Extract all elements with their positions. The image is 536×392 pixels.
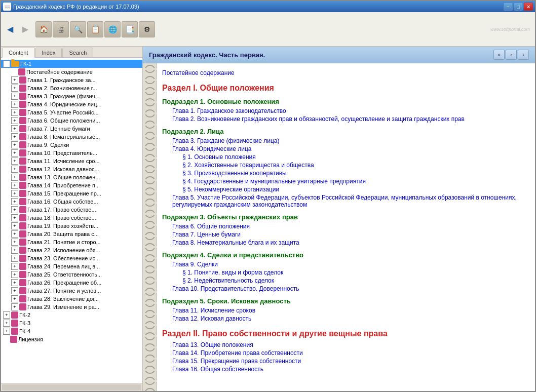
tree-item-gk3[interactable]: + ГК-3 — [1, 319, 142, 327]
toc-intro-link[interactable]: Постатейное содержание — [162, 69, 525, 76]
chapter-13-link[interactable]: Глава 13. Общие положения — [172, 341, 525, 348]
expand-ch11[interactable]: + — [11, 158, 18, 165]
expand-ch9[interactable]: + — [11, 141, 18, 148]
tool-icon-6[interactable]: 📑 — [122, 21, 138, 37]
maximize-button[interactable]: □ — [514, 3, 523, 11]
tool-icon-3[interactable]: 🔍 — [70, 21, 86, 37]
chapter-8-link[interactable]: Глава 8. Нематериальные блага и их защит… — [172, 239, 525, 246]
tree-item-ch13[interactable]: + Глава 13. Общие положен... — [1, 173, 142, 181]
tree-item-ch2[interactable]: + Глава 2. Возникновение г... — [1, 84, 142, 92]
expand-ch17[interactable]: + — [11, 206, 18, 213]
forward-button[interactable]: ▶ — [18, 22, 32, 36]
chapter-11-link[interactable]: Глава 11. Исчисление сроков — [172, 307, 525, 314]
tool-icon-5[interactable]: 🌐 — [104, 21, 121, 37]
para-4-3-link[interactable]: § 3. Производственные кооперативы — [182, 170, 525, 177]
chapter-9-link[interactable]: Глава 9. Сделки — [172, 261, 525, 268]
chapter-3-link[interactable]: Глава 3. Граждане (физические лица) — [172, 137, 525, 144]
expand-ch24[interactable]: + — [11, 263, 18, 270]
tree-item-ch12[interactable]: + Глава 12. Исковая давнос... — [1, 165, 142, 173]
nav-first-button[interactable]: « — [493, 50, 505, 60]
tree-item-ch16[interactable]: + Глава 16. Общая собстве... — [1, 198, 142, 206]
tree-item-ch6[interactable]: + Глава 6. Общие положени... — [1, 116, 142, 125]
horizontal-scrollbar[interactable] — [1, 383, 142, 391]
para-9-1-link[interactable]: § 1. Понятие, виды и форма сделок — [182, 269, 525, 276]
tree-item-ch8[interactable]: + Глава 8. Нематериальные... — [1, 133, 142, 141]
chapter-12-link[interactable]: Глава 12. Исковая давность — [172, 315, 525, 322]
expand-ch20[interactable]: + — [11, 230, 18, 238]
tool-icon-7[interactable]: ⚙ — [139, 21, 155, 37]
expand-ch12[interactable]: + — [11, 166, 18, 173]
tree-item-gk1[interactable]: − ГК-1 — [1, 60, 142, 68]
tree-item-ch18[interactable]: + Глава 18. Право собстве... — [1, 214, 142, 222]
tree-item-ch11[interactable]: + Глава 11. Исчисление сро... — [1, 157, 142, 165]
tree-item-gk2[interactable]: + ГК-2 — [1, 311, 142, 319]
expand-gk4[interactable]: + — [3, 328, 10, 335]
tree-item-ch29[interactable]: + Глава 29. Изменение и ра... — [1, 303, 142, 311]
para-4-5-link[interactable]: § 5. Некоммерческие организации — [182, 186, 525, 193]
tree-item-toc[interactable]: Постатейное содержание — [1, 68, 142, 76]
expand-ch6[interactable]: + — [11, 117, 18, 124]
tree-item-ch9[interactable]: + Глава 9. Сделки — [1, 141, 142, 149]
expand-ch5[interactable]: + — [11, 109, 18, 116]
expand-ch29[interactable]: + — [11, 303, 18, 310]
tree-item-ch27[interactable]: + Глава 27. Понятие и услов... — [1, 287, 142, 295]
tree-item-ch21[interactable]: + Глава 21. Понятие и сторо... — [1, 238, 142, 246]
expand-ch14[interactable]: + — [11, 182, 18, 189]
back-button[interactable]: ◀ — [3, 22, 17, 36]
expand-ch13[interactable]: + — [11, 174, 18, 181]
tree-item-ch20[interactable]: + Глава 20. Защита права с... — [1, 230, 142, 238]
expand-ch18[interactable]: + — [11, 214, 18, 221]
expand-ch8[interactable]: + — [11, 133, 18, 140]
chapter-15-link[interactable]: Глава 15. Прекращение права собственност… — [172, 358, 525, 365]
h-scrollbar-track[interactable] — [2, 384, 141, 390]
tree-item-license[interactable]: Лицензия — [1, 335, 142, 343]
para-4-1-link[interactable]: § 1. Основные положения — [182, 153, 525, 161]
chapter-5-link[interactable]: Глава 5. Участие Российской Федерации, с… — [172, 194, 525, 208]
tree-item-ch5[interactable]: + Глава 5. Участие Российс... — [1, 108, 142, 116]
tree-item-ch24[interactable]: + Глава 24. Перемена лиц в... — [1, 262, 142, 270]
tree-item-ch4[interactable]: + Глава 4. Юридические лиц... — [1, 100, 142, 108]
expand-ch2[interactable]: + — [11, 85, 18, 92]
expand-ch25[interactable]: + — [11, 271, 18, 278]
para-4-2-link[interactable]: § 2. Хозяйственные товарищества и общест… — [182, 162, 525, 169]
tree-item-ch22[interactable]: + Глава 22. Исполнение обя... — [1, 246, 142, 254]
expand-ch21[interactable]: + — [11, 239, 18, 246]
chapter-14-link[interactable]: Глава 14. Приобретение права собственнос… — [172, 349, 525, 357]
tool-icon-4[interactable]: 📋 — [87, 21, 103, 37]
tree-item-ch17[interactable]: + Глава 17. Право собстве... — [1, 206, 142, 214]
expand-ch23[interactable]: + — [11, 255, 18, 262]
minimize-button[interactable]: − — [504, 3, 513, 11]
close-button[interactable]: ✕ — [524, 3, 533, 11]
expand-ch4[interactable]: + — [11, 101, 18, 108]
expand-ch28[interactable]: + — [11, 295, 18, 302]
chapter-10-link[interactable]: Глава 10. Представительство. Доверенност… — [172, 285, 525, 292]
tree-item-ch15[interactable]: + Глава 15. Прекращение пр... — [1, 189, 142, 198]
expand-ch1[interactable]: + — [11, 76, 18, 84]
expand-ch22[interactable]: + — [11, 247, 18, 254]
tree-item-ch14[interactable]: + Глава 14. Приобретение п... — [1, 181, 142, 189]
expand-ch15[interactable]: + — [11, 190, 18, 197]
tree-item-ch23[interactable]: + Глава 23. Обеспечение ис... — [1, 254, 142, 262]
tree-area[interactable]: − ГК-1 Постатейное содержание + Глава 1.… — [1, 58, 142, 383]
tab-search[interactable]: Search — [62, 48, 93, 57]
chapter-16-link[interactable]: Глава 16. Общая собственность — [172, 366, 525, 373]
chapter-2-link[interactable]: Глава 2. Возникновение гражданских прав … — [172, 115, 525, 123]
para-9-2-link[interactable]: § 2. Недействительность сделок — [182, 277, 525, 284]
expand-ch3[interactable]: + — [11, 93, 18, 100]
tool-icon-1[interactable]: 🏠 — [35, 21, 52, 37]
chapter-6-link[interactable]: Глава 6. Общие положения — [172, 223, 525, 230]
tree-item-ch28[interactable]: + Глава 28. Заключение дог... — [1, 295, 142, 303]
tree-item-gk4[interactable]: + ГК-4 — [1, 327, 142, 335]
para-4-4-link[interactable]: § 4. Государственные и муниципальные уни… — [182, 178, 525, 185]
content-area[interactable]: Постатейное содержание Раздел I. Общие п… — [143, 63, 535, 391]
tree-item-ch10[interactable]: + Глава 10. Представитель... — [1, 149, 142, 157]
expand-ch27[interactable]: + — [11, 287, 18, 294]
expand-ch7[interactable]: + — [11, 125, 18, 132]
nav-next-button[interactable]: › — [518, 50, 529, 60]
expand-ch26[interactable]: + — [11, 279, 18, 286]
expand-ch19[interactable]: + — [11, 222, 18, 229]
expand-gk1[interactable]: − — [3, 60, 10, 67]
tree-item-ch25[interactable]: + Глава 25. Ответственность... — [1, 270, 142, 279]
tree-item-ch1[interactable]: + Глава 1. Гражданское за... — [1, 76, 142, 84]
tool-icon-2[interactable]: 🖨 — [53, 21, 69, 37]
